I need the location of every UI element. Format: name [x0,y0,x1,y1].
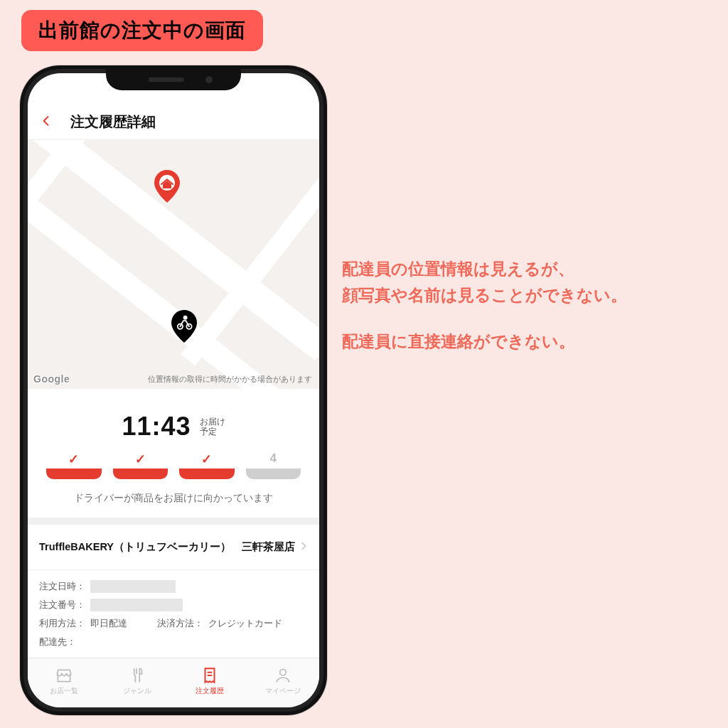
annotation-line-2: 顔写真や名前は見ることができない。 [342,282,627,309]
tab-genre[interactable]: ジャンル [101,658,174,703]
tab-stores[interactable]: お店一覧 [28,658,101,703]
annotation-line-3: 配達員に直接連絡ができない。 [342,328,627,355]
receipt-icon [200,666,219,685]
tab-label: ジャンル [123,686,151,696]
phone-frame: 注文履歴詳細 [20,65,327,715]
svg-point-4 [279,669,286,675]
store-name: TruffleBAKERY（トリュフベーカリー） 三軒茶屋店 [39,540,295,554]
payment-label: 決済方法： [157,617,208,630]
step-4: 4 [246,451,301,479]
page-title-chip: 出前館の注文中の画面 [21,10,263,51]
check-icon: ✓ [135,451,146,466]
storefront-icon [55,666,73,685]
tab-order-history[interactable]: 注文履歴 [173,658,247,703]
cutlery-icon [128,666,146,685]
tab-label: 注文履歴 [196,686,224,696]
payment-value: クレジットカード [208,617,282,630]
delivery-status-panel: 11:43 お届け 予定 ✓ ✓ ✓ [28,389,319,518]
step-2: ✓ [113,451,168,479]
eta-time: 11:43 [122,412,191,441]
map-notice-text: 位置情報の取得に時間がかかる場合があります [148,374,312,385]
back-button[interactable] [35,111,58,133]
check-icon: ✓ [201,451,212,466]
chevron-left-icon [39,114,53,128]
usage-value: 即日配達 [90,617,127,630]
usage-label: 利用方法： [39,617,90,630]
phone-bezel: 注文履歴詳細 [23,69,323,712]
home-pin-icon [153,170,181,207]
annotation-line-1: 配達員の位置情報は見えるが、 [342,256,627,282]
order-date-label: 注文日時： [39,580,90,593]
eta-label: お届け 予定 [200,417,225,437]
chevron-right-icon [298,539,309,555]
progress-steps: ✓ ✓ ✓ 4 [45,451,302,479]
phone-notch [106,69,241,90]
order-date-value-masked [90,580,176,593]
bottom-tabbar: お店一覧 ジャンル 注文履歴 [28,658,319,707]
step-number: 4 [270,451,277,466]
check-icon: ✓ [68,451,79,466]
delivery-to-label: 配達先： [39,636,90,648]
order-no-label: 注文番号： [39,599,90,611]
svg-point-3 [184,316,187,319]
google-attribution: Google [33,373,70,385]
order-details: 注文日時： 注文番号： 利用方法： 即日配達 決済方法： クレジットカード [28,570,319,655]
step-3: ✓ [179,451,235,479]
annotation-text: 配達員の位置情報は見えるが、 顔写真や名前は見ることができない。 配達員に直接連… [342,256,627,354]
screen-title: 注文履歴詳細 [70,112,156,132]
step-1: ✓ [46,451,102,479]
eta-row: 11:43 お届け 予定 [122,412,225,441]
section-divider [28,518,319,525]
store-row[interactable]: TruffleBAKERY（トリュフベーカリー） 三軒茶屋店 [28,525,319,570]
order-no-value-masked [90,599,183,611]
tab-label: マイページ [265,686,301,696]
tab-label: お店一覧 [50,686,78,696]
app-screen: 注文履歴詳細 [28,73,319,707]
driver-pin-icon [170,310,198,347]
status-message: ドライバーが商品をお届けに向かっています [45,492,302,505]
map-view[interactable]: Google 位置情報の取得に時間がかかる場合があります [28,140,319,389]
person-icon [274,666,292,685]
tab-mypage[interactable]: マイページ [247,658,320,703]
